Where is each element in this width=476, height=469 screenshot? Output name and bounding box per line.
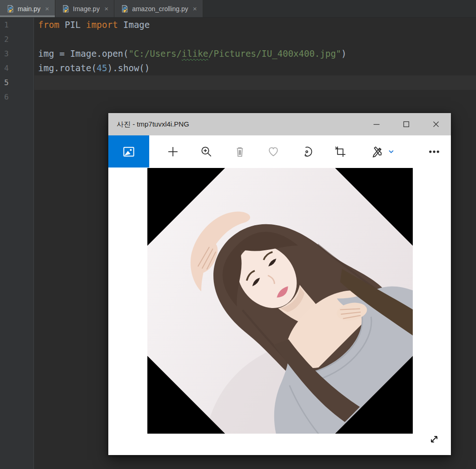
edit-create-button[interactable] — [357, 135, 408, 168]
favorite-icon — [267, 145, 280, 158]
see-more-button[interactable] — [417, 135, 451, 168]
code-line-6[interactable] — [34, 90, 476, 104]
python-file-icon — [7, 5, 14, 13]
line-number: 4 — [0, 61, 33, 75]
add-button[interactable] — [156, 135, 190, 168]
tab-close-icon[interactable]: × — [193, 5, 197, 12]
window-title-bar[interactable]: 사진 - tmp7tuvxl4i.PNG — [108, 113, 451, 135]
code-line-5[interactable] — [34, 75, 476, 90]
tab-amazon_crolling.py[interactable]: amazon_crolling.py × — [114, 0, 203, 17]
tab-label: amazon_crolling.py — [132, 5, 188, 13]
photo-viewer — [108, 168, 451, 455]
python-file-icon — [62, 5, 70, 13]
window-title: 사진 - tmp7tuvxl4i.PNG — [108, 120, 362, 129]
edit-create-icon — [371, 145, 384, 158]
tab-main.py[interactable]: main.py × — [0, 0, 55, 17]
minimize-button[interactable] — [362, 113, 391, 135]
add-icon — [166, 145, 179, 158]
favorite-button[interactable] — [257, 135, 290, 168]
line-number: 6 — [0, 90, 33, 104]
tab-close-icon[interactable]: × — [45, 5, 49, 12]
maximize-icon — [401, 119, 411, 129]
zoom-icon — [200, 145, 213, 158]
tab-close-icon[interactable]: × — [104, 5, 108, 12]
editor-gutter: 123456 — [0, 18, 34, 469]
zoom-button[interactable] — [190, 135, 223, 168]
minimize-icon — [371, 119, 382, 129]
see-more-icon — [428, 145, 441, 158]
crop-icon — [334, 145, 347, 158]
line-number: 5 — [0, 75, 33, 90]
window-controls — [362, 113, 451, 135]
filmstrip-view-button[interactable] — [108, 135, 149, 168]
close-button[interactable] — [421, 113, 451, 135]
code-line-3[interactable]: img = Image.open("C:/Users/ilike/Picture… — [34, 47, 476, 61]
rotated-portrait-photo — [147, 168, 413, 434]
maximize-button[interactable] — [391, 113, 421, 135]
delete-icon — [233, 145, 246, 158]
tab-Image.py[interactable]: Image.py × — [55, 0, 114, 17]
crop-button[interactable] — [324, 135, 357, 168]
screen: main.py × Image.py × amazon_crolling.py … — [0, 0, 476, 469]
expand-button[interactable] — [425, 430, 443, 449]
editor-tab-bar: main.py × Image.py × amazon_crolling.py … — [0, 0, 476, 18]
line-number: 3 — [0, 47, 33, 61]
tab-label: Image.py — [73, 5, 100, 13]
close-icon — [431, 119, 441, 129]
expand-icon — [428, 433, 440, 445]
rotate-button[interactable] — [290, 135, 324, 168]
tab-label: main.py — [18, 5, 40, 13]
code-line-4[interactable]: img.rotate(45).show() — [34, 61, 476, 75]
filmstrip-view-icon — [122, 145, 136, 159]
python-file-icon — [121, 5, 129, 13]
code-line-2[interactable] — [34, 32, 476, 47]
line-number: 1 — [0, 18, 33, 32]
delete-button[interactable] — [223, 135, 257, 168]
photos-toolbar — [108, 135, 451, 168]
portrait-illustration — [147, 168, 413, 434]
rotate-icon — [300, 145, 313, 158]
photos-app-window: 사진 - tmp7tuvxl4i.PNG — [108, 113, 451, 455]
photo-canvas — [147, 168, 413, 434]
chevron-down-icon — [388, 148, 395, 155]
line-number: 2 — [0, 32, 33, 47]
code-line-1[interactable]: from PIL import Image — [34, 18, 476, 32]
